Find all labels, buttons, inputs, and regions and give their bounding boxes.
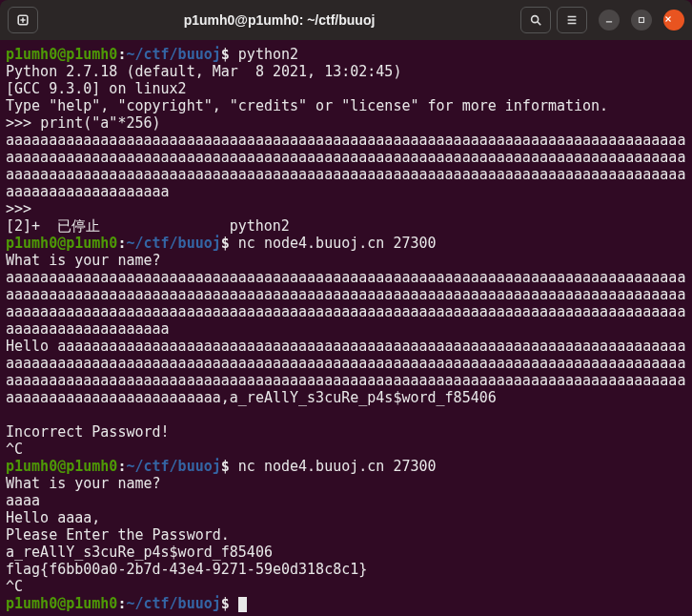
job-stopped-line: [2]+ 已停止 python2	[6, 217, 290, 235]
python-prompt-1: >>>	[6, 114, 40, 132]
prompt-user: p1umh0@p1umh0	[6, 458, 117, 475]
close-icon	[663, 14, 673, 24]
input-a256: aaaaaaaaaaaaaaaaaaaaaaaaaaaaaaaaaaaaaaaa…	[6, 269, 685, 338]
svg-point-3	[532, 16, 539, 23]
please-enter-password: Please Enter the Password.	[6, 526, 230, 544]
output-a256: aaaaaaaaaaaaaaaaaaaaaaaaaaaaaaaaaaaaaaaa…	[6, 132, 685, 200]
prompt-path: ~/ctf/buuoj	[126, 458, 220, 475]
ctrl-c-1: ^C	[6, 441, 23, 458]
cursor	[238, 597, 247, 612]
prompt-dollar: $	[221, 458, 238, 475]
command-nc-2: nc node4.buuoj.cn 27300	[238, 458, 437, 475]
python-banner-2: [GCC 9.3.0] on linux2	[6, 80, 187, 97]
incorrect-password: Incorrect Password!	[6, 423, 170, 441]
prompt-path: ~/ctf/buuoj	[126, 46, 220, 63]
python-banner-1: Python 2.7.18 (default, Mar 8 2021, 13:0…	[6, 63, 410, 80]
window-title: p1umh0@p1umh0: ~/ctf/buuoj	[44, 12, 515, 28]
prompt-path: ~/ctf/buuoj	[126, 595, 220, 612]
question-name-2: What is your name?	[6, 475, 161, 492]
flag-output: flag{f6bb00a0-2b7d-43e4-9271-59e0d318c8c…	[6, 561, 367, 578]
command-python2: python2	[238, 46, 298, 63]
hello-aaaa: Hello aaaa,	[6, 509, 100, 526]
menu-button[interactable]	[557, 7, 587, 33]
terminal-window: p1umh0@p1umh0: ~/ctf/buuoj p1umh0@p1umh0…	[0, 0, 692, 616]
question-name-1: What is your name?	[6, 252, 161, 269]
maximize-button[interactable]	[631, 10, 652, 31]
ctrl-c-2: ^C	[6, 578, 23, 595]
new-tab-button[interactable]	[8, 7, 38, 33]
python-prompt-2: >>>	[6, 200, 40, 217]
minimize-button[interactable]	[599, 10, 620, 31]
prompt-dollar: $	[221, 46, 238, 63]
terminal-body[interactable]: p1umh0@p1umh0:~/ctf/buuoj$ python2 Pytho…	[0, 40, 692, 616]
prompt-user: p1umh0@p1umh0	[6, 46, 117, 63]
prompt-dollar: $	[221, 235, 238, 252]
new-tab-icon	[16, 13, 30, 27]
prompt-user: p1umh0@p1umh0	[6, 595, 117, 612]
hello-overflow-line: Hello aaaaaaaaaaaaaaaaaaaaaaaaaaaaaaaaaa…	[6, 338, 685, 406]
svg-line-4	[538, 22, 541, 26]
prompt-dollar: $	[221, 595, 238, 612]
maximize-icon	[637, 15, 646, 25]
svg-rect-9	[640, 18, 644, 23]
hamburger-icon	[565, 13, 579, 27]
python-banner-3: Type "help", "copyright", "credits" or "…	[6, 97, 608, 114]
input-aaaa: aaaa	[6, 492, 40, 509]
prompt-path: ~/ctf/buuoj	[126, 235, 220, 252]
search-button[interactable]	[520, 7, 551, 33]
titlebar: p1umh0@p1umh0: ~/ctf/buuoj	[0, 0, 692, 40]
search-icon	[529, 13, 542, 27]
python-input-1: print("a"*256)	[40, 114, 160, 132]
minimize-icon	[604, 15, 614, 25]
close-button[interactable]	[663, 10, 684, 31]
command-nc-1: nc node4.buuoj.cn 27300	[238, 235, 437, 252]
prompt-user: p1umh0@p1umh0	[6, 235, 117, 252]
password-input: a_reAllY_s3cuRe_p4s$word_f85406	[6, 544, 273, 561]
